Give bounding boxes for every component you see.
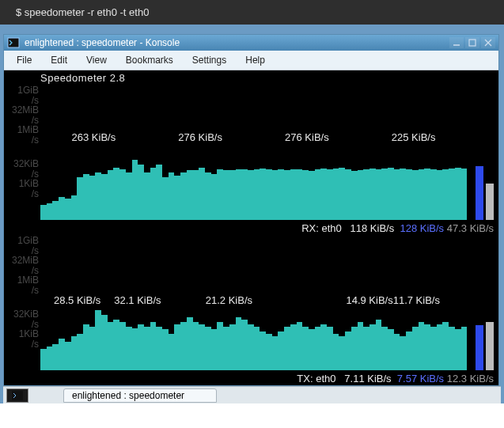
bar xyxy=(260,169,266,220)
bar xyxy=(241,320,248,370)
bar xyxy=(71,195,78,220)
bar xyxy=(101,315,108,370)
bar xyxy=(59,339,65,370)
bar xyxy=(205,327,211,370)
bar xyxy=(119,169,126,220)
tx-indicator-gray xyxy=(486,322,494,370)
bar xyxy=(358,170,364,220)
rx-section: 1GiB/s 32MiB/s 1MiB/s 263 KiB/s 276 KiB/… xyxy=(4,84,498,234)
bar xyxy=(278,169,284,220)
bar xyxy=(236,169,242,220)
bar xyxy=(180,172,187,220)
bar xyxy=(381,327,388,370)
bar xyxy=(138,324,144,370)
bar xyxy=(236,317,242,370)
bar xyxy=(40,349,47,370)
bar xyxy=(442,169,449,220)
bar xyxy=(315,169,321,220)
rx-yaxis-upper: 1GiB/s 32MiB/s 1MiB/s xyxy=(6,85,39,146)
bar xyxy=(95,172,101,220)
tx-peak-labels: 28.5 KiB/s 32.1 KiB/s 21.2 KiB/s 14.9 Ki… xyxy=(40,294,467,306)
bar xyxy=(193,322,199,370)
bar xyxy=(113,168,119,220)
rx-status-line: RX: eth0 118 KiB/s 128 KiB/s 47.3 KiB/s xyxy=(40,222,494,234)
bar xyxy=(400,169,406,220)
bar xyxy=(162,177,169,220)
bar xyxy=(223,170,229,220)
taskbar-terminal-icon[interactable] xyxy=(6,388,28,403)
bar xyxy=(113,320,119,370)
bar xyxy=(199,168,205,220)
bar xyxy=(284,327,290,370)
bar xyxy=(83,174,89,220)
bar xyxy=(363,327,369,370)
titlebar[interactable]: enlightened : speedometer - Konsole xyxy=(4,35,498,51)
tx-yaxis-lower: 32KiB/s 1KiB/s xyxy=(6,309,39,349)
konsole-window: enlightened : speedometer - Konsole File… xyxy=(3,34,499,386)
bar xyxy=(388,168,394,220)
bar xyxy=(339,336,345,370)
bar xyxy=(229,170,236,220)
tx-bar-chart xyxy=(40,310,467,370)
menu-view[interactable]: View xyxy=(78,53,115,67)
menu-settings[interactable]: Settings xyxy=(184,53,234,67)
bar xyxy=(339,168,345,220)
bar xyxy=(52,201,59,220)
bar xyxy=(302,170,309,220)
tx-yaxis-upper: 1GiB/s 32MiB/s 1MiB/s xyxy=(6,236,39,296)
bar xyxy=(47,203,53,220)
bar xyxy=(229,324,236,370)
rx-side-indicators xyxy=(476,160,494,220)
bar xyxy=(89,176,96,221)
tx-status-line: TX: eth0 7.11 KiB/s 7.57 KiB/s 12.3 KiB/… xyxy=(40,373,494,384)
bar xyxy=(388,329,394,370)
tx-section: 1GiB/s 32MiB/s 1MiB/s 28.5 KiB/s 32.1 Ki… xyxy=(4,234,498,384)
bar xyxy=(59,197,65,220)
bar xyxy=(327,327,333,370)
bar xyxy=(309,329,315,370)
bar xyxy=(363,169,369,220)
menu-file[interactable]: File xyxy=(9,53,40,67)
menu-bookmarks[interactable]: Bookmarks xyxy=(118,53,181,67)
bar xyxy=(406,331,412,370)
bar xyxy=(83,324,89,370)
bar xyxy=(290,324,297,370)
bar xyxy=(419,322,425,370)
bar xyxy=(442,322,449,370)
menu-help[interactable]: Help xyxy=(237,53,273,67)
terminal-output[interactable]: Speedometer 2.8 1GiB/s 32MiB/s 1MiB/s 26… xyxy=(4,70,498,385)
bar xyxy=(254,327,260,370)
bar xyxy=(394,334,400,370)
bar xyxy=(278,331,284,370)
desktop-area: enlightened : speedometer - Konsole File… xyxy=(0,25,504,403)
bar xyxy=(248,170,254,220)
bar xyxy=(211,174,218,220)
maximize-button[interactable] xyxy=(465,37,479,48)
bar xyxy=(369,169,376,220)
bar xyxy=(52,344,59,370)
bar xyxy=(162,329,169,370)
command-text: speedometer -r eth0 -t eth0 xyxy=(25,6,150,18)
minimize-button[interactable] xyxy=(449,37,464,48)
close-button[interactable] xyxy=(481,37,495,48)
bar xyxy=(297,322,303,370)
bar xyxy=(150,168,157,220)
bar xyxy=(430,169,437,220)
bar xyxy=(297,169,303,220)
taskbar-tab[interactable]: enlightened : speedometer xyxy=(63,388,217,403)
app-header: Speedometer 2.8 xyxy=(4,72,498,84)
window-title: enlightened : speedometer - Konsole xyxy=(25,37,448,48)
taskbar[interactable]: enlightened : speedometer xyxy=(3,386,501,403)
bar xyxy=(424,169,430,220)
bar xyxy=(144,172,150,220)
bar xyxy=(455,329,461,370)
bar xyxy=(412,327,419,370)
bar xyxy=(376,320,382,370)
bar xyxy=(369,324,376,370)
bar xyxy=(47,347,53,370)
command-prompt[interactable]: $ speedometer -r eth0 -t eth0 xyxy=(0,0,504,25)
menu-edit[interactable]: Edit xyxy=(43,53,75,67)
bar xyxy=(437,170,443,220)
bar xyxy=(156,327,162,370)
bar xyxy=(284,170,290,220)
